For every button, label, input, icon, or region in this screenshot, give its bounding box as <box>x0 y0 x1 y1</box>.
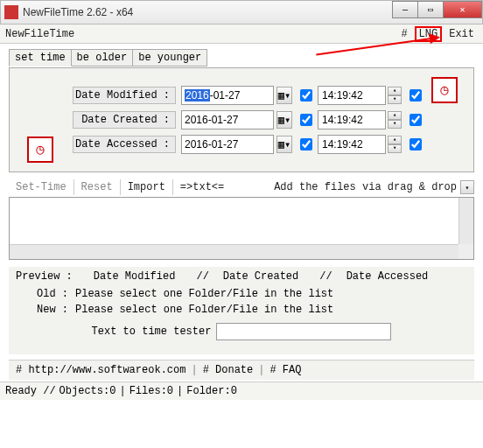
tab-be-older[interactable]: be older <box>71 49 134 66</box>
label-accessed: Date Accessed : <box>73 136 176 153</box>
tab-set-time[interactable]: set time <box>9 49 72 66</box>
clock-icon: ◷ <box>431 77 458 103</box>
scrollbar-horizontal[interactable] <box>10 244 458 259</box>
minimize-button[interactable]: — <box>392 1 418 18</box>
tab-content: ◷ ◷ Date Modified : 2016-01-27 ▦▾ 14:19:… <box>9 67 474 172</box>
hash-menu[interactable]: # <box>397 27 410 41</box>
date-accessed-dropdown[interactable]: ▦▾ <box>276 136 292 153</box>
drag-drop-label: Add the files via drag & drop <box>274 181 457 193</box>
menubar: NewFileTime # LNG Exit <box>0 24 483 44</box>
drag-drop-dropdown[interactable]: ▾ <box>460 180 474 194</box>
time-modified-input[interactable]: 14:19:42 <box>318 86 386 105</box>
time-modified-spinner[interactable]: ▴▾ <box>388 87 402 104</box>
preview-block: Preview : Date Modified // Date Created … <box>9 267 474 354</box>
tab-be-younger[interactable]: be younger <box>132 49 207 66</box>
row-accessed: Date Accessed : 2016-01-27 ▦▾ 14:19:42 ▴… <box>73 135 463 154</box>
txt-button[interactable]: =>txt<= <box>173 179 231 195</box>
tester-row: Text to time tester <box>16 323 467 340</box>
scroll-corner <box>458 244 473 259</box>
import-button[interactable]: Import <box>121 179 173 195</box>
date-created-input[interactable]: 2016-01-27 <box>181 110 274 130</box>
chk-modified-date[interactable] <box>300 89 312 102</box>
status-files: Files:0 <box>130 385 173 397</box>
label-modified: Date Modified : <box>73 87 176 104</box>
time-created-spinner[interactable]: ▴▾ <box>388 111 402 129</box>
date-created-dropdown[interactable]: ▦▾ <box>276 111 292 129</box>
status-objects: Objects:0 <box>60 385 116 397</box>
reset-button[interactable]: Reset <box>74 179 121 195</box>
preview-new-row: New : Please select one Folder/File in t… <box>16 304 467 316</box>
scrollbar-vertical[interactable] <box>458 198 473 244</box>
tester-input[interactable] <box>216 323 391 340</box>
label-created: Date Created : <box>73 111 176 129</box>
window-controls: — ▭ ✕ <box>393 1 482 18</box>
chk-created-date[interactable] <box>300 114 312 126</box>
date-modified-input[interactable]: 2016-01-27 <box>181 86 274 105</box>
close-button[interactable]: ✕ <box>443 1 482 18</box>
exit-menu[interactable]: Exit <box>445 27 478 41</box>
appname-menu[interactable]: NewFileTime <box>5 28 74 40</box>
chk-created-time[interactable] <box>410 114 422 126</box>
status-ready: Ready // <box>5 385 56 397</box>
maximize-button[interactable]: ▭ <box>417 1 444 18</box>
footer-donate[interactable]: # Donate <box>203 364 254 376</box>
tester-label: Text to time tester <box>92 326 212 338</box>
preview-old-row: Old : Please select one Folder/File in t… <box>16 288 467 300</box>
tab-row: set time be older be younger <box>9 49 474 66</box>
time-accessed-input[interactable]: 14:19:42 <box>318 135 386 154</box>
clock-icon: ◷ <box>27 136 53 163</box>
status-bar: Ready // Objects:0 | Files:0 | Folder:0 <box>0 382 483 400</box>
chk-modified-time[interactable] <box>410 89 422 102</box>
time-accessed-spinner[interactable]: ▴▾ <box>388 136 402 153</box>
preview-header: Preview : Date Modified // Date Created … <box>16 270 467 283</box>
set-time-button[interactable]: Set-Time <box>9 179 74 195</box>
window-titlebar: NewFileTime 2.62 - x64 — ▭ ✕ <box>0 0 483 24</box>
main-area: set time be older be younger ◷ ◷ Date Mo… <box>0 44 483 382</box>
footer-url[interactable]: # http://www.softwareok.com <box>16 364 186 376</box>
footer-faq[interactable]: # FAQ <box>270 364 301 376</box>
toolbar: Set-Time Reset Import =>txt<= Add the fi… <box>9 179 474 195</box>
file-list[interactable] <box>9 197 474 260</box>
footer-links: # http://www.softwareok.com | # Donate |… <box>9 360 474 380</box>
date-modified-dropdown[interactable]: ▦▾ <box>276 87 292 104</box>
row-created: Date Created : 2016-01-27 ▦▾ 14:19:42 ▴▾ <box>73 110 463 130</box>
window-title: NewFileTime 2.62 - x64 <box>23 6 133 18</box>
lng-menu[interactable]: LNG <box>415 26 443 42</box>
status-folder: Folder:0 <box>186 385 237 397</box>
chk-accessed-date[interactable] <box>300 138 312 150</box>
date-accessed-input[interactable]: 2016-01-27 <box>181 135 274 154</box>
app-icon <box>4 5 18 19</box>
row-modified: Date Modified : 2016-01-27 ▦▾ 14:19:42 ▴… <box>73 86 463 105</box>
chk-accessed-time[interactable] <box>410 138 422 150</box>
time-created-input[interactable]: 14:19:42 <box>318 110 386 130</box>
